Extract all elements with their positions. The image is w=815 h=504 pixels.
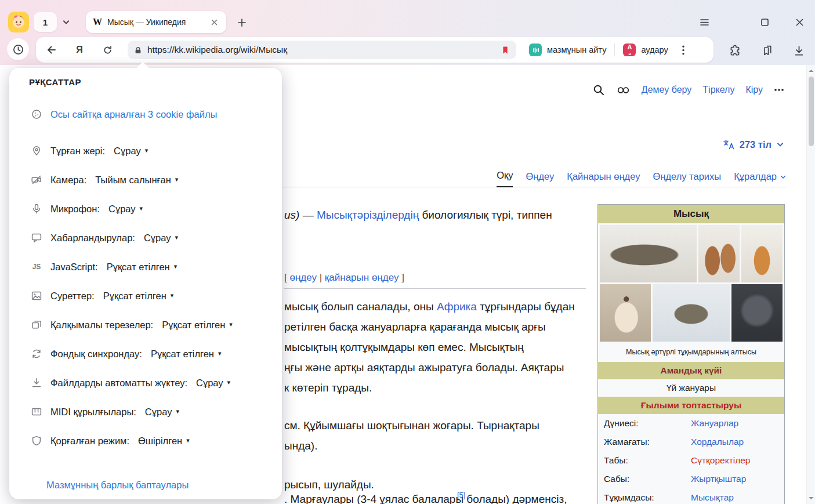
close-window-icon[interactable] — [792, 15, 806, 29]
new-tab-button[interactable] — [234, 15, 249, 30]
downloads-icon[interactable] — [790, 42, 807, 59]
taxonomy-row: Жамағаты:Хордалылар — [598, 433, 784, 451]
history-button[interactable] — [7, 38, 29, 60]
siamese-cat-photo[interactable] — [600, 284, 651, 342]
wiki-tab[interactable]: Оқу — [497, 170, 513, 187]
permissions-title: РҰҚСАТТАР — [29, 77, 81, 87]
wiki-link[interactable]: қайнарын өңдеу — [325, 272, 399, 283]
article-text-fragment: рысып, шулайды. — [284, 478, 374, 491]
wiki-link[interactable]: Мысықтәрізділердің — [317, 209, 419, 221]
cat-photo-grid — [598, 223, 784, 343]
permission-row-location: Тұрған жері:Сұрау▾ — [30, 136, 270, 165]
taxonomy-value-link[interactable]: Жануарлар — [691, 418, 738, 429]
language-selector[interactable]: 273 тіл — [722, 138, 784, 151]
permission-row-autodownload: Файлдарды автоматты жүктеу:Сұрау▾ — [30, 368, 270, 397]
wiki-tab[interactable]: Қайнарын өңдеу — [567, 171, 640, 187]
permission-row-sync: Фондық синхрондау:Рұқсат етілген▾ — [30, 339, 270, 368]
taxonomy-rows: Дүниесі:ЖануарларЖамағаты:ХордалыларТабы… — [598, 414, 784, 504]
permission-value-dropdown[interactable]: Рұқсат етілген▾ — [107, 262, 178, 273]
wiki-user-link[interactable]: Кіру — [745, 85, 763, 95]
wiki-link[interactable]: Африка — [437, 300, 477, 313]
article-text-line: [ өңдеу | қайнарын өңдеу ] — [284, 272, 404, 284]
translate-label: аудару — [641, 45, 668, 55]
omnibox-container: Я https://kk.wikipedia.org/wiki/Мысық — [36, 37, 713, 63]
taxobox-title: Мысық — [598, 205, 784, 223]
taxonomy-header: Ғылыми топтастыруы — [598, 397, 784, 414]
lying-tabby-cat-photo[interactable] — [600, 225, 697, 282]
browser-tab-wikipedia[interactable]: W Мысық — Уикипедия — [86, 11, 226, 33]
translate-button[interactable]: Аә аудару — [616, 40, 675, 60]
standing-tabby-cat-photo[interactable] — [653, 284, 730, 342]
javascript-icon: JS — [30, 263, 43, 271]
wiki-user-link[interactable]: Тіркелу — [702, 85, 734, 95]
permission-row-popups: Қалқымалы терезелер:Рұқсат етілген▾ — [30, 310, 270, 339]
photo-caption: Мысық әртүрлі тұқымдарының алтысы — [598, 343, 784, 362]
window-menu-icon[interactable] — [697, 15, 711, 29]
camera-icon — [30, 174, 43, 186]
red-and-white-cat-photo[interactable] — [741, 225, 783, 282]
two-abyssinian-cats-photo[interactable] — [698, 225, 740, 282]
permission-value-dropdown[interactable]: Сұрау▾ — [144, 233, 178, 244]
taxonomy-label: Сабы: — [604, 474, 691, 484]
tab-group-chip[interactable]: 1 — [34, 12, 57, 32]
permission-label: JavaScript: — [50, 262, 98, 273]
permission-row-javascript: JSJavaScript:Рұқсат етілген▾ — [30, 252, 270, 281]
scroll-down-icon[interactable] — [807, 494, 815, 503]
wiki-link[interactable]: өңдеу — [289, 272, 317, 283]
wiki-tab[interactable]: Өңдеу — [526, 171, 554, 187]
article-text-fragment: | — [317, 272, 325, 283]
permission-row-midi: MIDI құрылғылары:Сұрау▾ — [30, 397, 270, 426]
wiki-user-link[interactable]: Демеу беру — [642, 85, 692, 95]
wiki-user-bar: Демеу беруТіркелуКіру — [592, 81, 784, 99]
permission-value-dropdown[interactable]: Сұрау▾ — [196, 378, 230, 389]
permission-value-dropdown[interactable]: Сұрау▾ — [145, 407, 179, 418]
appearance-icon[interactable] — [616, 84, 631, 96]
permission-value-dropdown[interactable]: Сұрау▾ — [114, 146, 148, 157]
read-aloud-label: мазмұнын айту — [547, 45, 606, 55]
profile-avatar[interactable] — [8, 12, 29, 32]
taxonomy-value-link[interactable]: Хордалылар — [691, 437, 744, 447]
article-text-line: к көтеріп тұрады. — [284, 382, 372, 394]
yandex-search-button[interactable]: Я — [70, 40, 89, 60]
permission-value-dropdown[interactable]: Рұқсат етілген▾ — [162, 320, 233, 331]
read-aloud-icon — [529, 43, 542, 56]
omnibox-more-icon[interactable] — [675, 40, 691, 60]
permission-value-dropdown[interactable]: Тыйым салынған▾ — [95, 175, 178, 186]
read-aloud-button[interactable]: мазмұнын айту — [522, 40, 613, 60]
bookmark-icon[interactable] — [501, 45, 510, 55]
taxonomy-value-link[interactable]: Жыртқыштар — [691, 474, 746, 484]
avatar-illustration — [8, 12, 29, 32]
page-scrollbar[interactable] — [806, 65, 815, 504]
address-bar[interactable]: https://kk.wikipedia.org/wiki/Мысық — [128, 41, 516, 59]
tab-close-icon[interactable] — [209, 17, 219, 27]
yandex-letter: Я — [76, 45, 83, 55]
popups-icon — [30, 319, 43, 331]
taxonomy-value-link[interactable]: Сүтқоректілер — [691, 455, 750, 466]
article-text-line: ретілген басқа жануарларға қарағанда мыс… — [284, 321, 546, 333]
cookies-link[interactable]: Осы сайтқа арналған 3 cookie файлы — [50, 109, 217, 120]
permission-value-dropdown[interactable]: Сұрау▾ — [108, 204, 143, 215]
back-button[interactable] — [42, 40, 61, 60]
wiki-more-menu-icon[interactable] — [774, 88, 784, 92]
status-header: Амандық күйі — [598, 362, 784, 379]
taxobox: Мысық Мысық әртүрлі тұқымдарының алтысы … — [597, 204, 785, 504]
wikipedia-favicon: W — [93, 17, 102, 27]
collections-icon[interactable] — [759, 42, 776, 59]
taxonomy-value-link[interactable]: Мысықтар — [691, 492, 734, 503]
wiki-tab[interactable]: Өңделу тарихы — [653, 171, 721, 187]
permission-row-images: Суреттер:Рұқсат етілген▾ — [30, 281, 270, 310]
scroll-up-icon[interactable] — [807, 66, 815, 75]
tab-group-chevron-icon[interactable] — [60, 17, 73, 27]
reload-button[interactable] — [97, 40, 117, 60]
search-icon[interactable] — [592, 84, 605, 96]
all-content-settings-link[interactable]: Мазмұнның барлық баптаулары — [46, 480, 189, 491]
permission-value-dropdown[interactable]: Рұқсат етілген▾ — [103, 291, 174, 302]
extensions-puzzle-icon[interactable] — [726, 42, 744, 59]
permission-value-dropdown[interactable]: Өшірілген▾ — [138, 436, 190, 447]
maximize-icon[interactable] — [758, 15, 771, 29]
gray-cat-photo[interactable] — [731, 284, 783, 342]
wiki-tab[interactable]: Құралдар — [734, 171, 787, 187]
permission-value-dropdown[interactable]: Рұқсат етілген▾ — [151, 349, 222, 360]
scrollbar-thumb[interactable] — [809, 77, 814, 146]
article-text-fragment: ңғы және артқы аяқтарды ажыратуға болады… — [284, 361, 564, 374]
